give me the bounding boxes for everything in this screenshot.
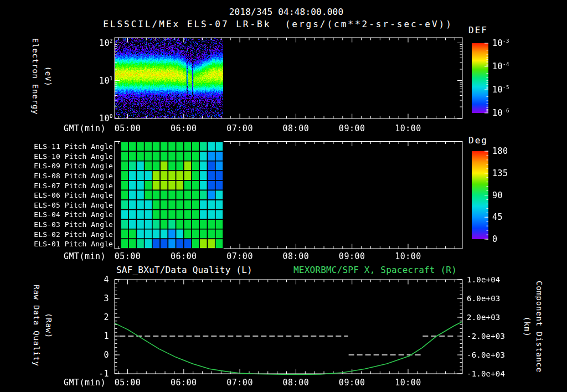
time-tick-label: 07:00 [226,251,253,261]
time-tick-label: 05:00 [115,251,141,261]
time-tick-label: 10:00 [395,251,421,261]
pitch-row-label: ELS-03 Pitch Angle [34,220,113,228]
def-colorbar-tick-label: 10-3 [492,38,509,48]
deg-colorbar-tick-label: 45 [492,212,503,222]
pitch-row-label: ELS-09 Pitch Angle [34,162,113,170]
time-tick-label: 10:00 [395,378,421,388]
distance-tick-label: 1.0e+04 [467,275,500,284]
energy-tick-label: 102 [99,38,113,48]
pitch-row-label: ELS-11 Pitch Angle [34,142,113,151]
pitch-row-label: ELS-05 Pitch Angle [34,200,113,209]
time-tick-label: 09:00 [339,378,365,388]
deg-colorbar-tick-label: 0 [492,234,498,244]
pitch-row-label: ELS-10 Pitch Angle [34,152,113,160]
gmt-axis-label: GMT(min) [64,251,106,261]
energy-tick-label: 100 [99,114,113,123]
deg-colorbar-tick-label: 180 [492,146,508,156]
deg-colorbar-tick-label: 90 [492,190,503,200]
time-tick-label: 10:00 [395,123,421,133]
science-plot: 2018/345 04:48:00.000 ELSSCIL/MEx ELS-07… [0,0,567,392]
pitch-row-label: ELS-06 Pitch Angle [34,191,113,199]
pitch-row-label: ELS-07 Pitch Angle [34,181,113,189]
quality-tick-label: 0 [104,350,109,360]
pitch-row-label: ELS-01 Pitch Angle [34,240,113,248]
spacecraft-x-curve [115,322,462,374]
distance-tick-label: 2.0e+03 [467,313,500,322]
pitch-angle-grid [121,142,223,249]
pitch-row-label: ELS-08 Pitch Angle [34,172,113,180]
energy-tick-label: 101 [99,76,113,86]
distance-tick-label: 6.0e+03 [467,294,500,303]
time-tick-label: 05:00 [115,378,141,388]
time-tick-label: 09:00 [339,251,365,261]
time-tick-label: 09:00 [339,123,365,133]
time-tick-label: 05:00 [115,123,141,133]
time-tick-label: 06:00 [171,378,197,388]
quality-tick-label: 4 [104,275,109,285]
time-tick-label: 08:00 [283,378,310,388]
time-tick-label: 06:00 [171,251,197,261]
deg-colorbar-tick-label: 135 [492,168,508,178]
quality-tick-label: 1 [104,331,109,341]
def-colorbar-tick-label: 10-4 [492,61,509,71]
quality-tick-label: -1 [99,369,109,379]
time-tick-label: 07:00 [226,378,253,388]
gmt-axis-label: GMT(min) [64,378,106,388]
time-tick-label: 08:00 [283,123,310,133]
distance-tick-label: -6.0e+03 [467,350,505,359]
distance-tick-label: -2.0e+03 [467,332,505,341]
quality-tick-label: 2 [104,312,109,322]
def-colorbar-tick-label: 10-6 [492,108,509,118]
pitch-row-label: ELS-04 Pitch Angle [34,210,113,219]
gmt-axis-label: GMT(min) [64,123,106,133]
def-colorbar-tick-label: 10-5 [492,85,509,95]
distance-tick-label: -1.0e+04 [467,369,505,378]
pitch-row-label: ELS-02 Pitch Angle [34,230,113,238]
time-tick-label: 08:00 [283,251,310,261]
quality-tick-label: 3 [104,293,109,303]
time-tick-label: 06:00 [171,123,197,133]
time-tick-label: 07:00 [226,123,253,133]
